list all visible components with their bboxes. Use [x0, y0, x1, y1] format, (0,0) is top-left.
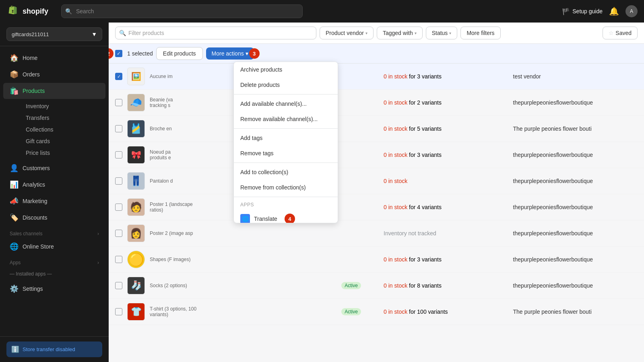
row-checkbox-p6[interactable] [115, 204, 122, 211]
dropdown-remove-collection[interactable]: Remove from collection(s) [234, 180, 338, 195]
dropdown-divider-2 [234, 128, 338, 129]
add-channels-label: Add available channel(s)... [240, 101, 307, 107]
dropdown-delete-products[interactable]: Delete products [234, 77, 338, 93]
discounts-icon: 🏷️ [10, 213, 19, 222]
more-actions-dropdown: Archive products Delete products Add ava… [233, 62, 338, 223]
sidebar: giftcards211011 ▼ 🏠 Home 📦 Orders 🛍️ Pro… [0, 23, 109, 362]
filter-products-input[interactable] [115, 27, 316, 39]
dropdown-add-channels[interactable]: Add available channel(s)... [234, 96, 338, 111]
sidebar-item-home[interactable]: 🏠 Home [3, 50, 105, 66]
row-checkbox-p1[interactable]: ✓ [115, 73, 122, 80]
product-vendor-p1: test vendor [513, 73, 638, 80]
product-vendor-filter[interactable]: Product vendor ▾ [320, 27, 374, 39]
sidebar-item-customers[interactable]: 👤 Customers [3, 160, 105, 176]
sidebar-item-discounts[interactable]: 🏷️ Discounts [3, 210, 105, 226]
stock-text-p7: Inventory not tracked [384, 230, 436, 237]
product-thumb-p1: 🖼️ [127, 68, 145, 85]
dropdown-remove-tags[interactable]: Remove tags [234, 146, 338, 161]
product-stock-p7: Inventory not tracked [384, 230, 508, 237]
sidebar-item-online-store[interactable]: 🌐 Online Store [3, 239, 105, 255]
store-select-button[interactable]: giftcards211011 ▼ [6, 27, 102, 41]
stock-text-p10: 0 in stock [384, 309, 407, 315]
stock-suffix-p2: for 2 variants [409, 99, 442, 106]
thumb-icon-p10: 👕 [131, 306, 142, 317]
customers-icon: 👤 [10, 164, 19, 173]
status-arrow-icon: ▾ [449, 31, 451, 35]
thumb-icon-p5: 👖 [130, 175, 142, 187]
store-transfer-notice: ℹ️ Store transfer disabled [6, 341, 102, 357]
stock-text-p4: 0 in stock [384, 152, 407, 158]
dropdown-archive-products[interactable]: Archive products [234, 62, 338, 77]
marketing-icon: 📣 [10, 197, 19, 206]
product-name-text-p9: Socks (2 options) [150, 283, 336, 288]
row-checkbox-p2[interactable] [115, 99, 122, 106]
product-stock-p9: 0 in stock for 8 variants [384, 282, 508, 289]
sidebar-item-products[interactable]: 🛍️ Products [3, 83, 105, 99]
tagged-with-filter[interactable]: Tagged with ▾ [377, 27, 423, 39]
row-checkbox-p10[interactable] [115, 308, 122, 315]
dropdown-add-tags[interactable]: Add tags [234, 130, 338, 146]
product-thumb-p9: 🧦 [127, 277, 145, 294]
notification-bell-icon[interactable]: 🔔 [609, 6, 619, 16]
row-checkbox-p4[interactable] [115, 151, 122, 158]
sidebar-item-analytics[interactable]: 📊 Analytics [3, 177, 105, 193]
sidebar-item-marketing[interactable]: 📣 Marketing [3, 193, 105, 209]
sidebar-item-inventory[interactable]: Inventory [19, 101, 105, 112]
sidebar-item-home-label: Home [23, 55, 37, 61]
badge-4: 4 [285, 214, 295, 223]
product-vendor-label: Product vendor [326, 30, 364, 36]
shopify-logo[interactable]: shopify [6, 5, 55, 18]
more-actions-button[interactable]: More actions ▾ 3 [206, 47, 254, 60]
dropdown-translate[interactable]: 🌐 Translate 4 [234, 209, 338, 223]
expand-icon: › [97, 231, 99, 237]
stock-text-p6: 0 in stock [384, 204, 407, 210]
app-body: giftcards211011 ▼ 🏠 Home 📦 Orders 🛍️ Pro… [0, 23, 644, 362]
stock-text-p9: 0 in stock [384, 282, 407, 289]
select-all-checkbox[interactable]: ✓ [115, 50, 122, 57]
apps-placeholder-text: — Installed apps — [10, 271, 52, 277]
product-name-p9[interactable]: Socks (2 options) [150, 283, 336, 288]
product-name-p10[interactable]: T-shirt (3 options, 100 variants) [150, 306, 336, 317]
logo-text: shopify [23, 7, 48, 16]
dropdown-scroll: Archive products Delete products Add ava… [234, 62, 338, 223]
edit-products-button[interactable]: Edit products [156, 47, 203, 60]
product-vendor-p6: thepurplepeoniesflowerboutique [513, 204, 638, 210]
stock-text-p5: 0 in stock [384, 178, 407, 184]
status-filter[interactable]: Status ▾ [426, 27, 458, 39]
main-content-wrapper: 🔍 Product vendor ▾ Tagged with ▾ Status … [109, 23, 644, 362]
product-name-p7[interactable]: Poster 2 (image asp [150, 230, 336, 236]
sidebar-item-transfers[interactable]: Transfers [19, 112, 105, 123]
row-checkbox-p9[interactable] [115, 282, 122, 289]
sidebar-item-gift-cards[interactable]: Gift cards [19, 136, 105, 147]
sidebar-item-orders[interactable]: 📦 Orders [3, 66, 105, 82]
product-name-p8[interactable]: Shapes (F images) [150, 257, 336, 262]
sub-nav: Inventory Transfers Collections Gift car… [0, 99, 109, 160]
thumb-icon-p8: 🟡 [129, 253, 144, 267]
badge-3: 3 [249, 48, 260, 59]
dropdown-remove-channels[interactable]: Remove available channel(s)... [234, 111, 338, 127]
dropdown-add-collection[interactable]: Add to collection(s) [234, 165, 338, 180]
sidebar-item-price-lists[interactable]: Price lists [19, 147, 105, 158]
sidebar-item-collections[interactable]: Collections [19, 124, 105, 135]
sidebar-item-marketing-label: Marketing [23, 198, 47, 204]
row-checkbox-p8[interactable] [115, 256, 122, 263]
stock-suffix-p6: for 4 variants [409, 204, 442, 210]
more-filters-button[interactable]: More filters [460, 27, 500, 39]
table-row: 🎽 Broche en 0 in stock for 5 variants Th… [109, 116, 644, 142]
sidebar-item-apps-placeholder[interactable]: — Installed apps — [3, 267, 105, 280]
row-checkbox-p3[interactable] [115, 125, 122, 132]
saved-button[interactable]: ☆ Saved [603, 27, 638, 39]
row-checkbox-p7[interactable] [115, 230, 122, 237]
setup-guide-button[interactable]: 🏴 Setup guide [562, 8, 603, 15]
topbar-search-input[interactable] [61, 4, 303, 18]
avatar-letter: A [630, 8, 633, 14]
table-row: 🟡 Shapes (F images) 0 in stock for 3 var… [109, 247, 644, 273]
tagged-with-arrow-icon: ▾ [415, 31, 417, 35]
avatar[interactable]: A [625, 5, 638, 17]
row-checkbox-p5[interactable] [115, 177, 122, 185]
stock-suffix-p1: for 3 variants [409, 73, 442, 80]
status-badge-p10: Active [341, 308, 361, 315]
sidebar-item-settings[interactable]: ⚙️ Settings [3, 281, 105, 297]
product-vendor-p9: thepurplepeoniesflowerboutique [513, 282, 638, 289]
delete-products-label: Delete products [240, 82, 280, 88]
